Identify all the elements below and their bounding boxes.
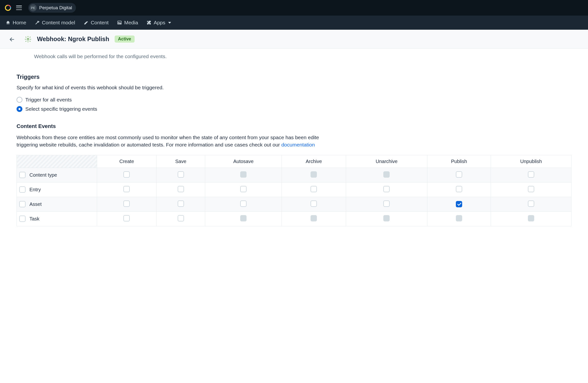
event-cell <box>97 197 156 211</box>
space-selector[interactable]: PE Perpetua Digital <box>28 3 76 13</box>
event-cell <box>156 168 205 182</box>
row-label-text: Asset <box>29 202 42 207</box>
event-cell <box>491 197 571 211</box>
event-checkbox[interactable] <box>240 186 247 192</box>
nav-home-label: Home <box>13 20 26 25</box>
nav-apps[interactable]: Apps <box>146 20 171 25</box>
event-checkbox[interactable] <box>456 171 462 178</box>
event-checkbox[interactable] <box>123 186 130 192</box>
event-cell <box>156 182 205 197</box>
radio-trigger-specific[interactable]: Select specific triggering events <box>17 106 571 112</box>
row-label: Content type <box>17 168 97 182</box>
row-checkbox[interactable] <box>19 216 25 222</box>
radio-specific-label: Select specific triggering events <box>25 106 97 112</box>
nav-home[interactable]: Home <box>5 20 26 25</box>
triggers-description: Specify for what kind of events this web… <box>17 85 571 91</box>
event-cell <box>491 211 571 226</box>
event-checkbox[interactable] <box>178 186 184 192</box>
event-cell <box>282 168 346 182</box>
event-checkbox[interactable] <box>178 215 184 222</box>
content-events-heading: Content Events <box>17 123 571 129</box>
nav-content[interactable]: Content <box>84 20 109 25</box>
event-checkbox[interactable] <box>456 186 462 192</box>
nav-apps-label: Apps <box>154 20 165 25</box>
event-cell <box>205 182 282 197</box>
page-title: Webhook: Ngrok Publish <box>37 36 109 42</box>
event-checkbox[interactable] <box>528 201 534 207</box>
event-cell <box>97 168 156 182</box>
table-row: Task <box>17 211 571 226</box>
radio-trigger-all[interactable]: Trigger for all events <box>17 97 571 103</box>
row-label: Asset <box>17 197 97 211</box>
event-cell <box>282 197 346 211</box>
gear-icon <box>24 36 32 43</box>
nav-content-model[interactable]: Content model <box>35 20 75 25</box>
event-checkbox[interactable] <box>528 186 534 192</box>
event-checkbox[interactable] <box>123 201 130 207</box>
event-checkbox[interactable] <box>123 215 130 222</box>
event-cell <box>346 168 427 182</box>
chevron-down-icon <box>168 22 171 24</box>
table-row: Entry <box>17 182 571 197</box>
event-checkbox <box>383 215 390 222</box>
event-checkbox[interactable] <box>456 201 462 207</box>
event-checkbox[interactable] <box>240 201 247 207</box>
event-checkbox <box>311 171 317 178</box>
back-button[interactable] <box>9 36 15 42</box>
row-label-text: Content type <box>29 172 57 178</box>
row-label: Task <box>17 211 97 226</box>
col-archive: Archive <box>282 155 346 168</box>
row-label-text: Task <box>29 216 40 222</box>
event-checkbox <box>311 215 317 222</box>
event-cell <box>491 168 571 182</box>
row-label-text: Entry <box>29 187 41 192</box>
nav-media[interactable]: Media <box>117 20 138 25</box>
event-checkbox[interactable] <box>311 186 317 192</box>
event-checkbox[interactable] <box>311 201 317 207</box>
row-label: Entry <box>17 182 97 197</box>
radio-icon[interactable] <box>17 97 22 103</box>
status-badge: Active <box>115 36 135 42</box>
table-row: Asset <box>17 197 571 211</box>
image-icon <box>117 20 122 25</box>
event-checkbox[interactable] <box>528 171 534 178</box>
radio-icon[interactable] <box>17 106 22 112</box>
row-checkbox[interactable] <box>19 201 25 207</box>
row-checkbox[interactable] <box>19 172 25 178</box>
event-checkbox[interactable] <box>383 201 390 207</box>
event-cell <box>156 211 205 226</box>
hamburger-icon[interactable] <box>16 6 22 10</box>
table-row: Content type <box>17 168 571 182</box>
app-logo-icon[interactable] <box>5 5 11 11</box>
triggers-heading: Triggers <box>17 74 571 80</box>
event-checkbox[interactable] <box>178 171 184 178</box>
event-cell <box>205 211 282 226</box>
event-checkbox <box>383 171 390 178</box>
events-subtext: Webhook calls will be performed for the … <box>34 54 571 59</box>
event-checkbox <box>456 215 462 222</box>
event-cell <box>346 182 427 197</box>
event-cell <box>346 211 427 226</box>
event-cell <box>97 211 156 226</box>
event-cell <box>346 197 427 211</box>
table-corner <box>17 155 97 168</box>
documentation-link[interactable]: documentation <box>281 142 315 147</box>
space-name-label: Perpetua Digital <box>39 5 72 10</box>
event-cell <box>427 182 491 197</box>
nav-media-label: Media <box>124 20 138 25</box>
event-checkbox[interactable] <box>178 201 184 207</box>
event-checkbox[interactable] <box>383 186 390 192</box>
event-checkbox <box>240 215 247 222</box>
main-content: Webhook calls will be performed for the … <box>0 49 588 236</box>
content-events-table: Create Save Autosave Archive Unarchive P… <box>17 155 571 226</box>
event-cell <box>97 182 156 197</box>
home-icon <box>5 20 11 25</box>
col-create: Create <box>97 155 156 168</box>
row-checkbox[interactable] <box>19 186 25 193</box>
wrench-icon <box>35 20 40 25</box>
event-checkbox[interactable] <box>123 171 130 178</box>
content-events-description: Webhooks from these core entities are mo… <box>17 134 571 149</box>
topbar: PE Perpetua Digital <box>0 0 588 16</box>
event-cell <box>282 211 346 226</box>
event-cell <box>427 211 491 226</box>
